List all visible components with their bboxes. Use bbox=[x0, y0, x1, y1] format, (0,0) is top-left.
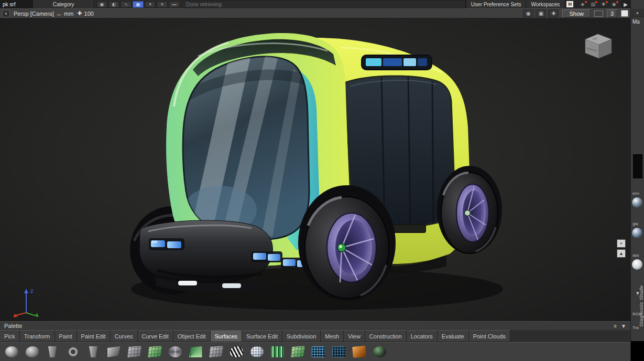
tab-paint-edit[interactable]: Paint Edit bbox=[77, 330, 111, 342]
right-panel-scroll-icon[interactable]: ▸ bbox=[631, 9, 644, 17]
render-visual-icon[interactable]: ◉ bbox=[523, 9, 533, 17]
view-cube[interactable]: UP FRONT bbox=[582, 31, 616, 60]
tab-evaluate[interactable]: Evaluate bbox=[438, 330, 469, 342]
tab-surfaces[interactable]: Surfaces bbox=[211, 330, 242, 342]
snap-options-icon[interactable]: ••• bbox=[169, 1, 180, 8]
marked-tool-4-icon[interactable]: ◉ bbox=[610, 2, 618, 7]
curve-net-surface-glyph bbox=[312, 346, 325, 357]
capture-image-icon[interactable]: ▣ bbox=[536, 9, 546, 17]
tool-shelf bbox=[0, 342, 630, 361]
palette-list-icon[interactable]: ≡ bbox=[614, 323, 617, 329]
torus-surface-glyph bbox=[67, 346, 80, 357]
round-tool-glyph bbox=[373, 346, 386, 357]
tab-construction[interactable]: Construction bbox=[365, 330, 407, 342]
windshield bbox=[183, 56, 309, 239]
pick-surface-mode-label: pk srf bbox=[0, 0, 32, 8]
grid-snap-icon: ✚ bbox=[77, 10, 82, 17]
swirl-surface-icon[interactable] bbox=[166, 344, 184, 360]
palette-collapse-icon[interactable]: ▼ bbox=[621, 323, 626, 329]
tab-object-edit[interactable]: Object Edit bbox=[173, 330, 211, 342]
workspaces-button[interactable]: Workspaces bbox=[526, 0, 564, 8]
viewport-edge-buttons: ×▲ bbox=[617, 239, 626, 258]
white-color-swatch[interactable] bbox=[621, 10, 628, 17]
tab-transform[interactable]: Transform bbox=[20, 330, 55, 342]
scroll-up-button[interactable]: ▲ bbox=[617, 249, 626, 258]
category-dropdown[interactable]: Category bbox=[32, 0, 94, 8]
3d-viewport[interactable]: UP FRONT Z ×▲ bbox=[0, 18, 630, 321]
show-menu-button[interactable]: Show bbox=[562, 9, 591, 18]
mesh-surface-icon[interactable] bbox=[329, 344, 348, 360]
skin-surface-icon[interactable] bbox=[23, 344, 41, 360]
palette-title: Palette bbox=[4, 323, 22, 329]
draft-surface-icon[interactable] bbox=[350, 344, 368, 360]
user-preference-sets-button[interactable]: User Preference Sets bbox=[466, 0, 526, 8]
tab-locators[interactable]: Locators bbox=[407, 330, 438, 342]
pottery-revolve-icon[interactable] bbox=[43, 344, 62, 360]
marked-tool-2-icon[interactable]: ▤ bbox=[589, 2, 597, 7]
extrude-tool-icon[interactable] bbox=[104, 344, 123, 360]
draft-surface-glyph bbox=[352, 346, 366, 358]
curve-net-surface-icon[interactable] bbox=[309, 344, 328, 360]
snap-surface-icon[interactable]: ▦ bbox=[133, 1, 144, 8]
primitive-sphere-icon[interactable] bbox=[2, 344, 21, 360]
tab-curve-edit[interactable]: Curve Edit bbox=[138, 330, 173, 342]
tab-view[interactable]: View bbox=[344, 330, 365, 342]
palette-titlebar: Palette ≡ ▼ bbox=[0, 321, 630, 330]
camera-view-label[interactable]: Persp [Camera] bbox=[14, 10, 54, 17]
units-label: mm bbox=[64, 10, 73, 17]
round-tool-icon[interactable] bbox=[370, 344, 389, 360]
z-axis-label: Z bbox=[30, 289, 34, 294]
tab-surface-edit[interactable]: Surface Edit bbox=[242, 330, 282, 342]
main-column: pk srf Category ▣◧∿▦✶✳••• Done retrievin… bbox=[0, 0, 630, 361]
hotkey-h-button[interactable]: H bbox=[566, 1, 573, 7]
zebra-analysis-icon[interactable] bbox=[227, 344, 246, 360]
loft-surface-glyph bbox=[209, 346, 223, 358]
swept-surface-glyph bbox=[127, 346, 141, 358]
glass-shader-ball-icon[interactable] bbox=[632, 228, 642, 238]
grid-spacing-value[interactable]: 100 bbox=[84, 10, 94, 17]
marquee-select-icon[interactable] bbox=[594, 10, 603, 17]
close-view-icon[interactable]: × bbox=[2, 10, 10, 17]
loft-surface-icon[interactable] bbox=[206, 344, 225, 360]
tab-point-clouds[interactable]: Point Clouds bbox=[469, 330, 510, 342]
tube-surface-glyph bbox=[271, 346, 284, 357]
snap-grid-icon[interactable]: ▣ bbox=[96, 1, 107, 8]
tube-surface-icon[interactable] bbox=[268, 344, 287, 360]
black-swatch-bottom[interactable] bbox=[631, 341, 644, 361]
snap-point-icon[interactable]: ✶ bbox=[145, 1, 156, 8]
torus-surface-icon[interactable] bbox=[63, 344, 82, 360]
patch-surface-icon[interactable] bbox=[288, 344, 307, 360]
swept-surface-icon[interactable] bbox=[125, 344, 144, 360]
sphere-grid-glyph bbox=[250, 346, 264, 357]
menubar-overflow-arrow-icon[interactable]: ▶ bbox=[621, 0, 630, 8]
assigned-shader-label: ass bbox=[632, 253, 639, 258]
marked-tool-3-icon[interactable]: ✚ bbox=[599, 2, 607, 7]
snap-cv-icon[interactable]: ✳ bbox=[157, 1, 168, 8]
rail-surface-glyph bbox=[189, 346, 202, 357]
revolve-tool-icon[interactable] bbox=[84, 344, 103, 360]
viewport-toolbar: × Persp [Camera] ↔ mm ✚ 100 ◉▣✚ Show 3 bbox=[0, 8, 630, 18]
tab-curves[interactable]: Curves bbox=[111, 330, 138, 342]
black-shader-swatch[interactable] bbox=[633, 154, 642, 178]
tab-paint[interactable]: Paint bbox=[55, 330, 77, 342]
tab-subdivision[interactable]: Subdivision bbox=[282, 330, 321, 342]
plane-surface-glyph bbox=[147, 346, 161, 358]
rear-wheel bbox=[437, 166, 502, 254]
zoom-region-icon[interactable]: ✚ bbox=[548, 9, 559, 17]
roof-marker-lights bbox=[362, 55, 432, 70]
right-panel: ▸ Ma env gla ass ▼ Diagnostic Shade RGB … bbox=[630, 0, 644, 361]
transparency-label: Tra bbox=[632, 325, 639, 330]
snap-plane-icon[interactable]: ◧ bbox=[108, 1, 119, 8]
sphere-grid-icon[interactable] bbox=[247, 344, 266, 360]
close-panel-button[interactable]: × bbox=[617, 239, 626, 248]
swirl-surface-glyph bbox=[169, 346, 182, 357]
tab-pick[interactable]: Pick bbox=[0, 330, 20, 342]
marked-tool-1-icon[interactable]: ◈ bbox=[578, 2, 586, 7]
layer-3-button[interactable]: 3 bbox=[607, 9, 617, 18]
environment-shader-ball-icon[interactable] bbox=[632, 197, 642, 208]
snap-curve-icon[interactable]: ∿ bbox=[121, 1, 132, 8]
plane-surface-icon[interactable] bbox=[145, 344, 164, 360]
tab-mesh[interactable]: Mesh bbox=[321, 330, 344, 342]
rail-surface-icon[interactable] bbox=[186, 344, 205, 360]
revolve-tool-glyph bbox=[87, 346, 100, 357]
